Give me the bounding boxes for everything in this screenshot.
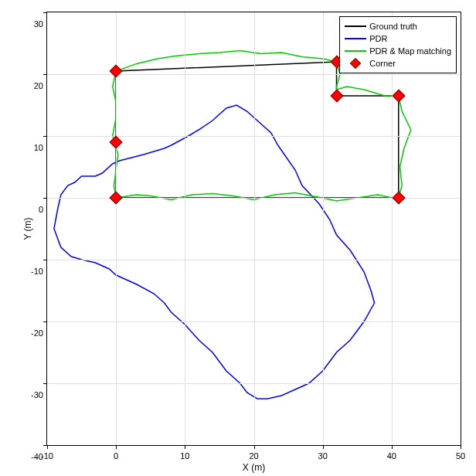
chart-container: Ground truth PDR PDR & Map matching Corn… [0,0,476,476]
tick-label-y: 10 [34,143,43,152]
tick-x [461,445,461,449]
tick-x [254,445,255,449]
tick-x [47,445,48,449]
legend-label: PDR & Map matching [369,46,451,56]
tick-label-y: -10 [31,267,43,276]
tick-x [323,445,324,449]
grid-line-v [323,12,324,445]
grid-line-h [47,136,461,137]
legend-entry-pdr-map: PDR & Map matching [345,45,451,57]
legend-entry-pdr: PDR [345,32,451,45]
tick-label-y: -30 [31,390,43,400]
tick-y [43,321,47,322]
tick-label-x: 40 [387,451,396,461]
tick-label-x: 50 [456,451,465,461]
tick-x [392,445,393,449]
grid-line-v [185,12,185,445]
legend-swatch-line [345,21,366,32]
tick-label-x: 10 [180,451,189,461]
grid-line-h [47,74,461,75]
series-pdr [54,105,375,399]
legend-entry-corner: Corner [345,57,451,70]
legend-swatch-line [345,33,366,44]
legend-label: Corner [369,59,396,68]
tick-y [43,12,47,13]
tick-label-x: 20 [249,451,258,461]
tick-label-y: -40 [31,452,43,461]
tick-y [43,74,47,75]
y-axis-label: Y (m) [22,217,33,240]
tick-y [43,445,47,446]
tick-label-y: -20 [31,328,43,338]
tick-y [43,260,47,260]
legend-label: Ground truth [369,22,417,31]
tick-y [43,136,47,137]
legend-swatch-diamond [345,58,366,69]
x-axis-label: X (m) [243,462,265,473]
tick-label-y: 30 [34,19,43,29]
grid-line-v [254,12,255,445]
legend-swatch-line [345,46,366,56]
tick-label-x: 30 [318,451,328,461]
grid-line-h [47,260,461,260]
legend-entry-ground-truth: Ground truth [345,20,451,32]
tick-label-y: 0 [39,205,43,214]
legend-label: PDR [369,34,387,43]
tick-x [116,445,117,449]
grid-line-h [47,321,461,322]
series-ground-truth [116,62,399,198]
tick-y [43,383,47,384]
tick-x [185,445,185,449]
tick-label-x: 0 [114,451,118,461]
plot-area: Ground truth PDR PDR & Map matching Corn… [46,12,461,446]
legend: Ground truth PDR PDR & Map matching Corn… [339,16,457,73]
grid-line-h [47,383,461,384]
tick-y [43,198,47,199]
tick-label-y: 20 [34,81,43,90]
grid-line-v [392,12,393,445]
